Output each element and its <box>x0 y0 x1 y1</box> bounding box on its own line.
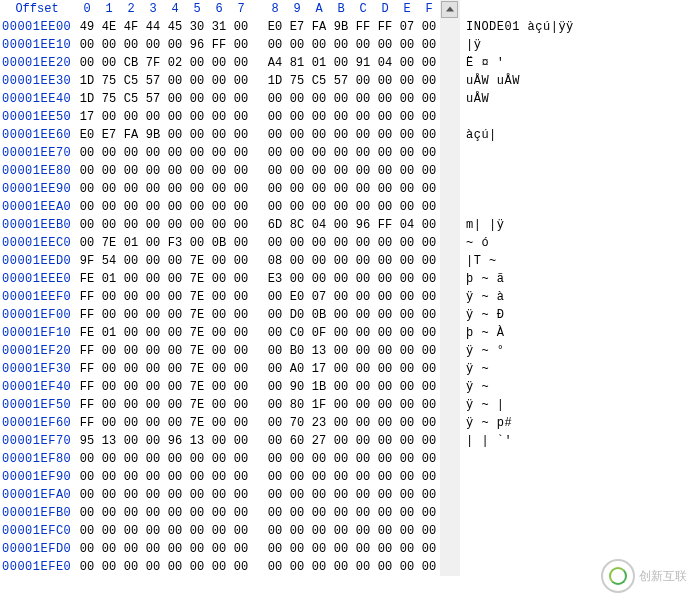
hex-byte[interactable]: 00 <box>186 126 208 144</box>
hex-byte[interactable]: 00 <box>330 180 352 198</box>
hex-byte[interactable]: 00 <box>120 180 142 198</box>
hex-byte[interactable]: 00 <box>418 270 440 288</box>
hex-byte[interactable]: 00 <box>330 252 352 270</box>
hex-byte[interactable]: B0 <box>286 342 308 360</box>
hex-byte[interactable]: E3 <box>264 270 286 288</box>
hex-byte[interactable]: 00 <box>374 126 396 144</box>
hex-byte[interactable]: 00 <box>396 144 418 162</box>
hex-byte[interactable]: 9B <box>330 18 352 36</box>
ascii-cell[interactable]: ÿ ~ Ð <box>460 306 600 324</box>
hex-byte[interactable]: 00 <box>164 126 186 144</box>
hex-byte[interactable]: 00 <box>418 540 440 558</box>
hex-byte[interactable]: 57 <box>330 72 352 90</box>
ascii-cell[interactable]: ~ ó <box>460 234 600 252</box>
hex-row[interactable]: 00001EE200000CB7F02000000A48101009104000… <box>0 54 600 72</box>
hex-byte[interactable]: 00 <box>230 342 252 360</box>
hex-row[interactable]: 00001EF800000000000000000000000000000000… <box>0 450 600 468</box>
hex-byte[interactable]: 57 <box>142 72 164 90</box>
hex-byte[interactable]: 00 <box>164 468 186 486</box>
hex-byte[interactable]: 01 <box>120 234 142 252</box>
hex-byte[interactable]: 00 <box>164 198 186 216</box>
hex-byte[interactable]: 75 <box>98 72 120 90</box>
hex-byte[interactable]: 00 <box>208 144 230 162</box>
hex-byte[interactable]: 00 <box>352 252 374 270</box>
hex-byte[interactable]: 00 <box>186 450 208 468</box>
hex-byte[interactable]: 13 <box>186 432 208 450</box>
hex-byte[interactable]: 00 <box>76 558 98 576</box>
hex-byte[interactable]: 01 <box>98 324 120 342</box>
hex-byte[interactable]: 00 <box>352 162 374 180</box>
hex-byte[interactable]: 00 <box>330 36 352 54</box>
hex-byte[interactable]: 7E <box>186 342 208 360</box>
hex-byte[interactable]: 00 <box>208 270 230 288</box>
hex-byte[interactable]: 00 <box>230 324 252 342</box>
hex-byte[interactable]: 00 <box>98 450 120 468</box>
hex-byte[interactable]: 00 <box>164 72 186 90</box>
hex-byte[interactable]: 00 <box>208 378 230 396</box>
hex-byte[interactable]: 00 <box>374 450 396 468</box>
hex-byte[interactable]: 00 <box>164 144 186 162</box>
hex-byte[interactable]: 00 <box>186 90 208 108</box>
scroll-track[interactable] <box>440 468 460 486</box>
hex-byte[interactable]: 00 <box>142 252 164 270</box>
scroll-track[interactable] <box>440 144 460 162</box>
hex-byte[interactable]: 00 <box>374 378 396 396</box>
hex-byte[interactable]: 00 <box>142 36 164 54</box>
hex-byte[interactable]: 00 <box>374 414 396 432</box>
hex-byte[interactable]: 00 <box>264 432 286 450</box>
hex-byte[interactable]: FE <box>76 270 98 288</box>
hex-byte[interactable]: 00 <box>286 108 308 126</box>
hex-byte[interactable]: 00 <box>264 360 286 378</box>
hex-byte[interactable]: 00 <box>98 414 120 432</box>
hex-byte[interactable]: 00 <box>352 144 374 162</box>
hex-byte[interactable]: 00 <box>330 342 352 360</box>
hex-byte[interactable]: 00 <box>186 504 208 522</box>
hex-byte[interactable]: 00 <box>330 522 352 540</box>
hex-byte[interactable]: 00 <box>120 432 142 450</box>
hex-byte[interactable]: 00 <box>418 486 440 504</box>
scroll-track[interactable] <box>440 126 460 144</box>
hex-byte[interactable]: 00 <box>352 234 374 252</box>
hex-byte[interactable]: 00 <box>230 198 252 216</box>
hex-byte[interactable]: 00 <box>374 396 396 414</box>
hex-byte[interactable]: 00 <box>208 432 230 450</box>
hex-byte[interactable]: 00 <box>352 396 374 414</box>
ascii-cell[interactable]: ÿ ~ p# <box>460 414 600 432</box>
scroll-track[interactable] <box>440 72 460 90</box>
hex-byte[interactable]: 00 <box>142 234 164 252</box>
hex-byte[interactable]: 17 <box>308 360 330 378</box>
hex-byte[interactable]: 6D <box>264 216 286 234</box>
hex-byte[interactable]: 00 <box>374 558 396 576</box>
hex-byte[interactable]: 00 <box>308 504 330 522</box>
hex-byte[interactable]: 00 <box>286 198 308 216</box>
hex-byte[interactable]: 00 <box>120 162 142 180</box>
hex-byte[interactable]: 00 <box>264 540 286 558</box>
hex-byte[interactable]: A0 <box>286 360 308 378</box>
ascii-cell[interactable]: m| |ÿ <box>460 216 600 234</box>
hex-byte[interactable]: 00 <box>186 522 208 540</box>
hex-byte[interactable]: 00 <box>308 162 330 180</box>
hex-row[interactable]: 00001EF10FE010000007E000000C00F000000000… <box>0 324 600 342</box>
ascii-cell[interactable]: þ ~ ã <box>460 270 600 288</box>
hex-byte[interactable]: 1D <box>264 72 286 90</box>
hex-byte[interactable]: 00 <box>208 198 230 216</box>
hex-byte[interactable]: 00 <box>76 198 98 216</box>
hex-byte[interactable]: 04 <box>396 216 418 234</box>
hex-byte[interactable]: F3 <box>164 234 186 252</box>
ascii-cell[interactable] <box>460 450 600 468</box>
hex-byte[interactable]: 00 <box>230 288 252 306</box>
hex-byte[interactable]: 00 <box>352 288 374 306</box>
hex-byte[interactable]: 30 <box>186 18 208 36</box>
hex-byte[interactable]: 00 <box>186 54 208 72</box>
scroll-track[interactable] <box>440 288 460 306</box>
hex-byte[interactable]: 00 <box>120 324 142 342</box>
hex-byte[interactable]: 00 <box>308 468 330 486</box>
hex-byte[interactable]: FF <box>352 18 374 36</box>
hex-byte[interactable]: 00 <box>230 558 252 576</box>
scroll-track[interactable] <box>440 18 460 36</box>
hex-byte[interactable]: 7E <box>186 378 208 396</box>
hex-byte[interactable]: 00 <box>396 414 418 432</box>
hex-byte[interactable]: 00 <box>374 162 396 180</box>
hex-byte[interactable]: 00 <box>330 288 352 306</box>
hex-byte[interactable]: 00 <box>186 162 208 180</box>
